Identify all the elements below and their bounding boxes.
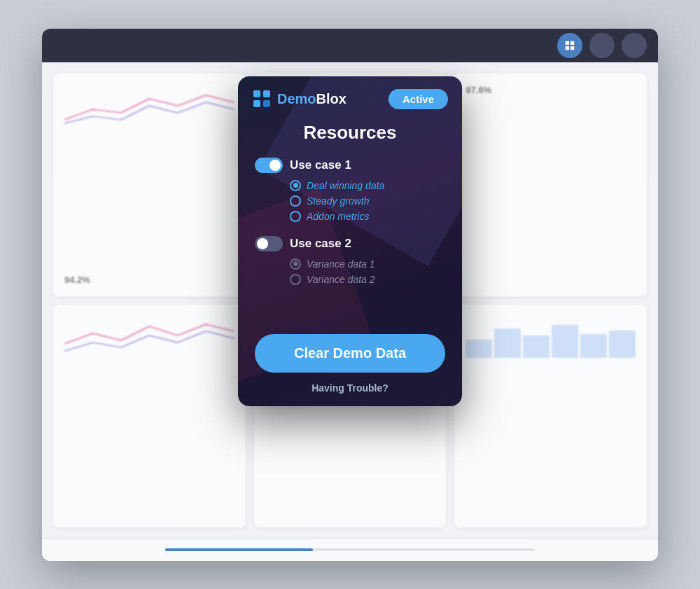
radio-option-addon-metrics[interactable]: Addon metrics: [290, 211, 445, 222]
svg-rect-3: [570, 46, 574, 49]
svg-rect-0: [566, 41, 569, 44]
active-badge[interactable]: Active: [388, 89, 448, 109]
progress-bar: [165, 548, 535, 551]
titlebar-button-2[interactable]: [589, 33, 615, 58]
radio-option-variance-2[interactable]: Variance data 2: [290, 274, 445, 285]
radio-label-2: Steady growth: [307, 195, 370, 207]
use-case-1-options: Deal winning data Steady growth Addon me…: [255, 180, 445, 222]
logo-blox: Blox: [316, 91, 346, 106]
progress-bar-fill: [165, 548, 313, 551]
radio-label-4: Variance data 1: [307, 258, 375, 270]
extension-button[interactable]: [557, 33, 582, 58]
use-case-2-options: Variance data 1 Variance data 2: [255, 258, 445, 285]
radio-label-3: Addon metrics: [307, 211, 369, 222]
browser-bottom-bar: [42, 539, 658, 561]
popup-header: DemoBlox Active: [238, 76, 462, 119]
radio-option-deal-winning[interactable]: Deal winning data: [290, 180, 445, 191]
use-case-1-header: Use case 1: [255, 158, 445, 173]
logo-demo: Demo: [277, 91, 316, 106]
popup-title: Resources: [238, 119, 462, 158]
use-case-1-toggle[interactable]: [255, 158, 283, 173]
use-case-1-label: Use case 1: [290, 158, 351, 172]
use-case-2-toggle[interactable]: [255, 236, 283, 251]
toggle-1-knob: [270, 160, 281, 171]
popup-overlay: DemoBlox Active Resources: [42, 62, 658, 539]
radio-label-5: Variance data 2: [307, 274, 375, 285]
browser-content: 94.2% 97.5% 97.6%: [42, 62, 658, 539]
popup-body: Use case 1 Deal winning data Steady grow…: [238, 158, 462, 334]
browser-window: 94.2% 97.5% 97.6%: [42, 29, 658, 561]
use-case-2-section: Use case 2 Variance data 1 Variance data…: [255, 236, 445, 285]
use-case-2-header: Use case 2: [255, 236, 445, 251]
radio-circle-2: [290, 195, 301, 207]
demoblox-logo-icon: [252, 89, 272, 109]
use-case-1-section: Use case 1 Deal winning data Steady grow…: [255, 158, 445, 222]
radio-label-1: Deal winning data: [307, 180, 384, 191]
svg-rect-2: [566, 46, 569, 49]
having-trouble-link[interactable]: Having Trouble?: [255, 382, 445, 406]
svg-rect-1: [570, 41, 574, 44]
radio-circle-1: [290, 180, 301, 191]
popup-logo: DemoBlox: [252, 89, 346, 109]
radio-circle-3: [290, 211, 301, 222]
svg-rect-6: [253, 100, 260, 107]
titlebar-button-3[interactable]: [622, 33, 647, 58]
svg-rect-4: [253, 90, 260, 97]
demoblox-popup: DemoBlox Active Resources: [238, 76, 462, 406]
logo-text: DemoBlox: [277, 91, 346, 107]
toggle-2-knob: [257, 238, 268, 249]
radio-circle-4: [290, 258, 301, 270]
svg-rect-7: [263, 100, 270, 107]
radio-circle-5: [290, 274, 301, 285]
clear-demo-data-button[interactable]: Clear Demo Data: [255, 334, 445, 373]
browser-titlebar: [42, 29, 658, 62]
use-case-2-label: Use case 2: [290, 237, 351, 251]
radio-option-variance-1[interactable]: Variance data 1: [290, 258, 445, 270]
svg-rect-5: [263, 90, 270, 97]
radio-option-steady-growth[interactable]: Steady growth: [290, 195, 445, 207]
